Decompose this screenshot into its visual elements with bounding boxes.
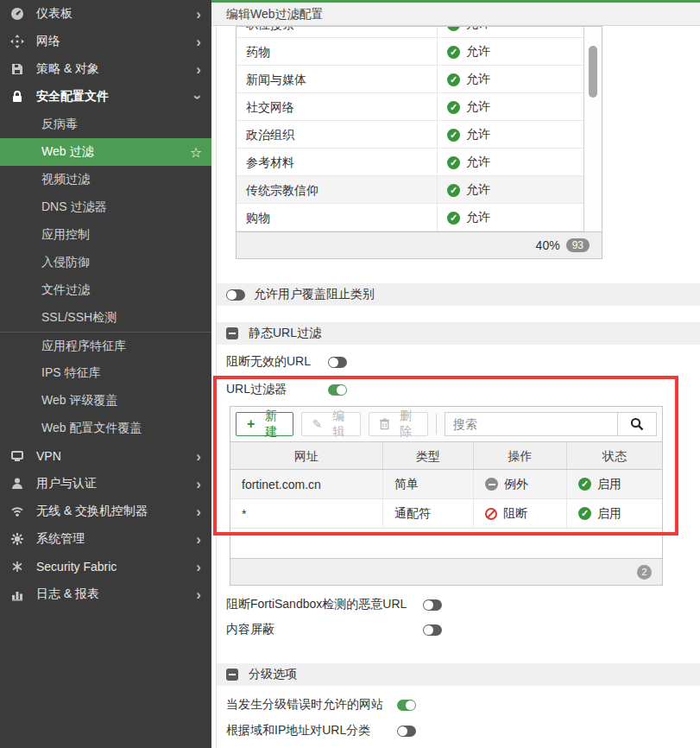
sidebar-item-dashboard[interactable]: 仪表板 › bbox=[0, 0, 211, 28]
column-header-type[interactable]: 类型 bbox=[383, 442, 474, 469]
fabric-icon bbox=[10, 560, 28, 574]
sidebar-item-web-profile-overrides[interactable]: Web 配置文件覆盖 bbox=[0, 415, 211, 442]
allow-check-icon: ✓ bbox=[447, 212, 460, 225]
favorite-star-icon[interactable]: ☆ bbox=[190, 144, 202, 161]
page-title: 编辑Web过滤配置 bbox=[211, 3, 700, 26]
sidebar-item-wifi-switch[interactable]: 无线 & 交换机控制器 › bbox=[0, 498, 211, 525]
search-input[interactable] bbox=[445, 413, 617, 435]
allow-check-icon: ✓ bbox=[447, 73, 460, 86]
gear-icon bbox=[10, 532, 28, 546]
table-row[interactable]: 新闻与媒体 ✓允许 bbox=[236, 66, 602, 93]
content-left-border bbox=[216, 26, 217, 748]
url-filter-row: URL过滤器 bbox=[226, 380, 347, 399]
sidebar-item-dns-filter[interactable]: DNS 过滤器 bbox=[0, 193, 211, 221]
edit-button[interactable]: ✎编辑 bbox=[301, 412, 361, 436]
fortisandbox-row: 阻断FortiSandbox检测的恶意URL bbox=[226, 595, 442, 614]
scrollbar-track[interactable] bbox=[583, 27, 602, 231]
chevron-right-icon: › bbox=[196, 35, 201, 49]
table-row[interactable]: 购物 ✓允许 bbox=[236, 204, 602, 231]
chevron-right-icon: › bbox=[196, 7, 201, 22]
chevron-right-icon: › bbox=[196, 449, 201, 464]
user-icon bbox=[10, 477, 28, 491]
chevron-right-icon: › bbox=[196, 62, 201, 77]
trash-icon bbox=[380, 418, 389, 430]
lock-icon bbox=[10, 90, 28, 104]
collapse-minus-icon[interactable] bbox=[226, 327, 238, 339]
sidebar-item-web-filter[interactable]: Web 过滤 ☆ bbox=[0, 138, 211, 166]
sidebar-item-system[interactable]: 系统管理 › bbox=[0, 525, 211, 553]
rate-by-domain-ip-toggle[interactable] bbox=[397, 726, 416, 737]
sidebar-item-app-control[interactable]: 应用控制 bbox=[0, 221, 211, 249]
column-header-status[interactable]: 状态 bbox=[567, 442, 662, 469]
sidebar-item-antivirus[interactable]: 反病毒 bbox=[0, 111, 211, 138]
category-table: 职位搜索 ✓允许 药物 ✓允许 新闻与媒体 ✓允许 社交网络 ✓允许 bbox=[236, 26, 602, 259]
content-filter-toggle[interactable] bbox=[423, 624, 442, 636]
create-button[interactable]: +新建 bbox=[236, 412, 293, 436]
url-table-header: 网址 类型 操作 状态 bbox=[230, 441, 662, 470]
override-toggle[interactable] bbox=[226, 289, 245, 301]
sidebar-item-web-rating-overrides[interactable]: Web 评级覆盖 bbox=[0, 387, 211, 415]
rating-error-allow-toggle[interactable] bbox=[397, 700, 416, 711]
search-box bbox=[445, 412, 657, 436]
sidebar-item-ips-signatures[interactable]: IPS 特征库 bbox=[0, 359, 211, 387]
url-filter-widget: +新建 ✎编辑 删除 网址 类型 操作 状态 fortin bbox=[230, 406, 663, 586]
section-static-url-filter[interactable]: 静态URL过滤 bbox=[217, 322, 700, 345]
count-badge: 2 bbox=[637, 565, 652, 580]
chevron-right-icon: › bbox=[196, 477, 201, 491]
sidebar-item-log-report[interactable]: 日志 & 报表 › bbox=[0, 580, 211, 608]
sidebar-item-policy-objects[interactable]: 策略 & 对象 › bbox=[0, 55, 211, 83]
table-row[interactable]: * 通配符 阻断 ✓启用 bbox=[230, 499, 662, 529]
table-row[interactable]: 传统宗教信仰 ✓允许 bbox=[236, 176, 602, 204]
rate-by-domain-ip-row: 根据域和IP地址对URL分类 bbox=[226, 721, 416, 740]
table-row[interactable]: 药物 ✓允许 bbox=[236, 38, 602, 66]
sidebar-item-user-auth[interactable]: 用户与认证 › bbox=[0, 470, 211, 498]
sidebar-item-video-filter[interactable]: 视频过滤 bbox=[0, 166, 211, 193]
section-rating-options[interactable]: 分级选项 bbox=[217, 663, 700, 686]
sidebar-item-file-filter[interactable]: 文件过滤 bbox=[0, 276, 211, 304]
url-filter-toolbar: +新建 ✎编辑 删除 bbox=[230, 407, 662, 441]
category-table-footer: 40% 93 bbox=[236, 231, 602, 258]
category-rows: 职位搜索 ✓允许 药物 ✓允许 新闻与媒体 ✓允许 社交网络 ✓允许 bbox=[236, 27, 602, 231]
allow-check-icon: ✓ bbox=[447, 101, 460, 114]
table-row[interactable]: 职位搜索 ✓允许 bbox=[236, 27, 602, 38]
allow-check-icon: ✓ bbox=[447, 184, 460, 197]
column-header-action[interactable]: 操作 bbox=[474, 442, 567, 469]
search-icon bbox=[630, 417, 644, 431]
monitor-icon bbox=[10, 449, 28, 463]
override-row: 允许用户覆盖阻止类别 bbox=[217, 283, 700, 306]
url-filter-toggle[interactable] bbox=[328, 384, 347, 396]
enable-check-icon: ✓ bbox=[578, 478, 591, 491]
scrollbar-thumb[interactable] bbox=[589, 46, 597, 98]
allow-check-icon: ✓ bbox=[447, 156, 460, 169]
plus-icon: + bbox=[247, 416, 255, 432]
delete-button[interactable]: 删除 bbox=[369, 412, 428, 436]
toolbar-separator bbox=[436, 414, 437, 434]
chevron-right-icon: › bbox=[196, 504, 201, 519]
sidebar-item-ssl-ssh[interactable]: SSL/SSH检测 bbox=[0, 304, 211, 332]
table-row[interactable]: fortinet.com.cn 简单 例外 ✓启用 bbox=[230, 470, 662, 499]
table-row[interactable]: 参考材料 ✓允许 bbox=[236, 149, 602, 176]
bar-chart-icon bbox=[10, 587, 28, 601]
sidebar-item-security-profiles[interactable]: 安全配置文件 › bbox=[0, 83, 211, 111]
sidebar-item-security-fabric[interactable]: Security Fabric › bbox=[0, 553, 211, 580]
column-header-url[interactable]: 网址 bbox=[230, 442, 383, 469]
sidebar-item-ips[interactable]: 入侵防御 bbox=[0, 249, 211, 276]
sidebar-item-vpn[interactable]: VPN › bbox=[0, 442, 211, 470]
allow-check-icon: ✓ bbox=[447, 129, 460, 142]
sidebar-item-app-signatures[interactable]: 应用程序特征库 bbox=[0, 332, 211, 359]
url-table-footer: 2 bbox=[230, 558, 662, 585]
sidebar-item-network[interactable]: 网络 › bbox=[0, 28, 211, 55]
table-row[interactable]: 社交网络 ✓允许 bbox=[236, 93, 602, 121]
rating-error-allow-row: 当发生分级错误时允许的网站 bbox=[226, 695, 416, 714]
chevron-right-icon: › bbox=[196, 532, 201, 547]
dashboard-icon bbox=[10, 7, 28, 21]
search-button[interactable] bbox=[617, 413, 656, 435]
collapse-minus-icon[interactable] bbox=[226, 669, 238, 681]
chevron-right-icon: › bbox=[196, 560, 201, 574]
table-row[interactable]: 政治组织 ✓允许 bbox=[236, 121, 602, 149]
content-filter-row: 内容屏蔽 bbox=[226, 620, 442, 639]
block-invalid-url-row: 阻断无效的URL bbox=[226, 352, 347, 371]
fortisandbox-toggle[interactable] bbox=[423, 599, 442, 611]
block-invalid-url-toggle[interactable] bbox=[328, 357, 347, 368]
enable-check-icon: ✓ bbox=[578, 507, 591, 520]
